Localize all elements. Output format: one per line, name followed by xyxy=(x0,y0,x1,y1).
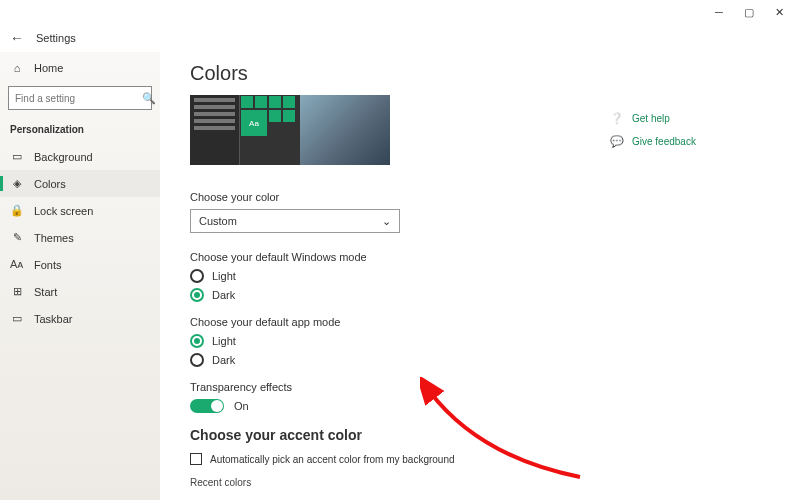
radio-icon xyxy=(190,269,204,283)
auto-accent-row[interactable]: Automatically pick an accent color from … xyxy=(190,453,774,465)
sidebar-item-label: Lock screen xyxy=(34,205,93,217)
get-help-link[interactable]: Get help xyxy=(632,113,670,124)
feedback-icon: 💬 xyxy=(610,135,624,148)
choose-color-label: Choose your color xyxy=(190,191,774,203)
transparency-label: Transparency effects xyxy=(190,381,774,393)
titlebar: ─ ▢ ✕ xyxy=(0,0,800,24)
windows-mode-light[interactable]: Light xyxy=(190,269,774,283)
preview-tile-text: Aa xyxy=(241,110,267,136)
sidebar-item-themes[interactable]: ✎ Themes xyxy=(0,224,160,251)
colors-icon: ◈ xyxy=(10,177,24,190)
content-area: ❔ Get help 💬 Give feedback Colors Aa xyxy=(160,52,800,500)
sidebar-item-label: Fonts xyxy=(34,259,62,271)
give-feedback-row[interactable]: 💬 Give feedback xyxy=(610,135,770,148)
fonts-icon: Aᴀ xyxy=(10,258,24,271)
radio-label: Light xyxy=(212,270,236,282)
radio-label: Dark xyxy=(212,354,235,366)
themes-icon: ✎ xyxy=(10,231,24,244)
windows-mode-dark[interactable]: Dark xyxy=(190,288,774,302)
app-mode-label: Choose your default app mode xyxy=(190,316,774,328)
sidebar-group-label: Personalization xyxy=(0,120,160,143)
page-title: Colors xyxy=(190,62,774,85)
help-icon: ❔ xyxy=(610,112,624,125)
sidebar-home[interactable]: ⌂ Home xyxy=(0,56,160,80)
radio-label: Dark xyxy=(212,289,235,301)
sidebar-item-taskbar[interactable]: ▭ Taskbar xyxy=(0,305,160,332)
back-icon[interactable]: ← xyxy=(10,30,24,46)
auto-accent-label: Automatically pick an accent color from … xyxy=(210,454,455,465)
window-title: Settings xyxy=(36,32,76,44)
header: ← Settings xyxy=(0,24,800,52)
radio-icon xyxy=(190,353,204,367)
search-input[interactable] xyxy=(15,93,142,104)
color-preview: Aa xyxy=(190,95,390,165)
choose-color-value: Custom xyxy=(199,215,237,227)
lock-icon: 🔒 xyxy=(10,204,24,217)
sidebar-item-label: Colors xyxy=(34,178,66,190)
sidebar-item-fonts[interactable]: Aᴀ Fonts xyxy=(0,251,160,278)
search-icon: 🔍 xyxy=(142,92,156,105)
sidebar-item-label: Themes xyxy=(34,232,74,244)
sidebar: ⌂ Home 🔍 Personalization ▭ Background ◈ … xyxy=(0,52,160,500)
sidebar-item-label: Start xyxy=(34,286,57,298)
sidebar-item-label: Background xyxy=(34,151,93,163)
radio-icon xyxy=(190,334,204,348)
chevron-down-icon: ⌄ xyxy=(382,215,391,228)
app-mode-dark[interactable]: Dark xyxy=(190,353,774,367)
taskbar-icon: ▭ xyxy=(10,312,24,325)
right-pane: ❔ Get help 💬 Give feedback xyxy=(610,112,770,158)
transparency-toggle[interactable] xyxy=(190,399,224,413)
windows-mode-group: Choose your default Windows mode Light D… xyxy=(190,251,774,302)
close-button[interactable]: ✕ xyxy=(764,2,794,22)
choose-color-select[interactable]: Custom ⌄ xyxy=(190,209,400,233)
get-help-row[interactable]: ❔ Get help xyxy=(610,112,770,125)
transparency-state: On xyxy=(234,400,249,412)
minimize-button[interactable]: ─ xyxy=(704,2,734,22)
checkbox-icon xyxy=(190,453,202,465)
give-feedback-link[interactable]: Give feedback xyxy=(632,136,696,147)
home-icon: ⌂ xyxy=(10,62,24,74)
transparency-group: Transparency effects On xyxy=(190,381,774,413)
sidebar-item-label: Taskbar xyxy=(34,313,73,325)
windows-mode-label: Choose your default Windows mode xyxy=(190,251,774,263)
background-icon: ▭ xyxy=(10,150,24,163)
maximize-button[interactable]: ▢ xyxy=(734,2,764,22)
search-box[interactable]: 🔍 xyxy=(8,86,152,110)
recent-colors-label: Recent colors xyxy=(190,477,774,488)
settings-window: ─ ▢ ✕ ← Settings ⌂ Home 🔍 Personalizatio… xyxy=(0,0,800,500)
sidebar-item-lockscreen[interactable]: 🔒 Lock screen xyxy=(0,197,160,224)
sidebar-item-colors[interactable]: ◈ Colors xyxy=(0,170,160,197)
app-mode-group: Choose your default app mode Light Dark xyxy=(190,316,774,367)
radio-icon xyxy=(190,288,204,302)
start-icon: ⊞ xyxy=(10,285,24,298)
sidebar-item-background[interactable]: ▭ Background xyxy=(0,143,160,170)
home-label: Home xyxy=(34,62,63,74)
app-mode-light[interactable]: Light xyxy=(190,334,774,348)
accent-heading: Choose your accent color xyxy=(190,427,774,443)
sidebar-item-start[interactable]: ⊞ Start xyxy=(0,278,160,305)
radio-label: Light xyxy=(212,335,236,347)
